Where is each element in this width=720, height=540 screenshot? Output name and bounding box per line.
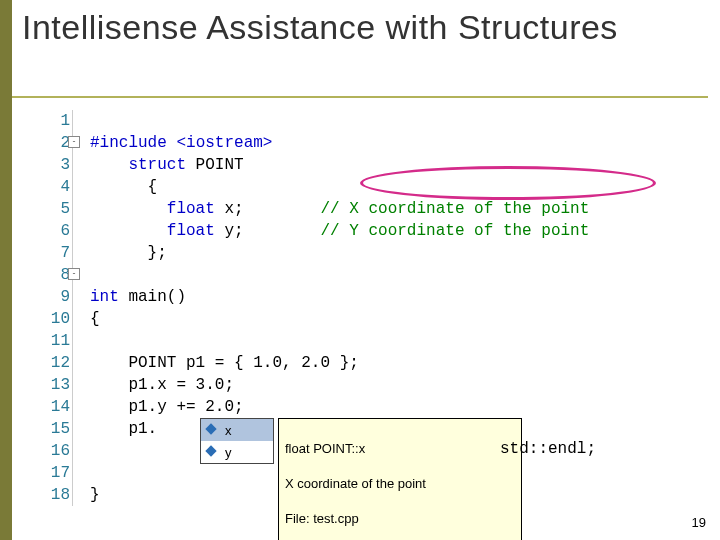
preprocessor-token: #include [90,134,176,152]
intellisense-popup[interactable]: x y [200,418,274,464]
code-line: { [90,310,100,328]
code-line: } [90,486,100,504]
identifier: x; [215,200,244,218]
code-line [90,442,100,460]
code-line: p1. [90,420,157,438]
code-line: p1.x = 3.0; [90,376,234,394]
line-number: 13 [42,374,70,396]
identifier: main() [119,288,186,306]
line-number: 15 [42,418,70,440]
line-number: 7 [42,242,70,264]
member-variable-icon [205,445,219,459]
code-line [90,464,100,482]
comment: // X coordinate of the point [320,200,589,218]
line-number: 6 [42,220,70,242]
line-number: 1 [42,110,70,132]
line-number: 17 [42,462,70,484]
keyword: struct [128,156,186,174]
slide-accent-rule [12,96,708,98]
identifier: y; [215,222,244,240]
brace: } [90,486,100,504]
tooltip-signature: float POINT::x [285,440,515,458]
line-number: 2 [42,132,70,154]
intellisense-item-x[interactable]: x [201,419,273,441]
fold-column: - - [72,110,87,506]
line-number: 18 [42,484,70,506]
slide-accent-bar [0,0,12,540]
fold-toggle-icon[interactable]: - [68,136,80,148]
fold-toggle-icon[interactable]: - [68,268,80,280]
obscured-code-fragment: std::endl; [500,440,596,458]
tooltip-description: X coordinate of the point [285,475,515,493]
line-number: 10 [42,308,70,330]
code-line: struct POINT [90,156,244,174]
code-line: { [90,178,157,196]
code-line: POINT p1 = { 1.0, 2.0 }; [90,354,359,372]
line-number: 4 [42,176,70,198]
type-token: int [90,288,119,306]
statement: POINT p1 = { 1.0, 2.0 }; [128,354,358,372]
code-line: int main() [90,288,186,306]
code-line: p1.y += 2.0; [90,398,244,416]
statement: p1.y += 2.0; [128,398,243,416]
statement: p1.x = 3.0; [128,376,234,394]
line-number: 3 [42,154,70,176]
slide-title: Intellisense Assistance with Structures [22,6,618,49]
line-number: 14 [42,396,70,418]
type-token: float [167,200,215,218]
intellisense-item-label: x [225,423,232,438]
brace: { [148,178,158,196]
line-number: 16 [42,440,70,462]
line-number: 5 [42,198,70,220]
comment: // Y coordinate of the point [320,222,589,240]
line-number: 9 [42,286,70,308]
include-path: <iostream> [176,134,272,152]
code-line [90,266,100,284]
brace: }; [148,244,167,262]
intellisense-tooltip: float POINT::x X coordinate of the point… [278,418,522,540]
brace: { [90,310,100,328]
code-line: #include <iostream> [90,134,272,152]
intellisense-item-y[interactable]: y [201,441,273,463]
line-number: 8 [42,264,70,286]
member-variable-icon [205,423,219,437]
line-number-gutter: 1 2 3 4 5 6 7 8 9 10 11 12 13 14 15 16 1… [42,110,70,506]
code-line [90,332,100,350]
tooltip-file: File: test.cpp [285,510,515,528]
intellisense-item-label: y [225,445,232,460]
line-number: 11 [42,330,70,352]
page-number: 19 [692,515,706,530]
statement: p1. [128,420,157,438]
code-line: float y; // Y coordinate of the point [90,222,589,240]
type-token: float [167,222,215,240]
identifier: POINT [186,156,244,174]
line-number: 12 [42,352,70,374]
code-line: }; [90,244,167,262]
code-line: float x; // X coordinate of the point [90,200,589,218]
